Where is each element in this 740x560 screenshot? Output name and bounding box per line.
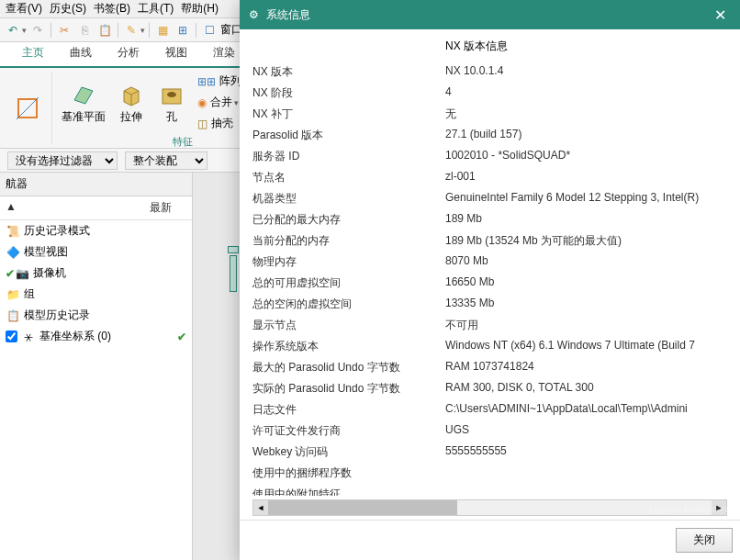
info-label: 服务器 ID: [252, 149, 445, 164]
info-value: 1002010 - *SolidSQUAD*: [445, 149, 727, 164]
info-label: 节点名: [252, 170, 445, 185]
info-value: 189 Mb: [445, 212, 727, 228]
dialog-title-text: 系统信息: [266, 7, 310, 23]
navigator-col-sort[interactable]: ▲: [6, 200, 150, 216]
more-button[interactable]: ⊞: [174, 21, 192, 39]
info-row: 总的可用虚拟空间16650 Mb: [252, 273, 727, 294]
menu-bookmark[interactable]: 书签(B): [90, 0, 134, 18]
nav-label: 模型历史记录: [24, 308, 90, 323]
info-label: Parasolid 版本: [252, 128, 445, 143]
nav-label: 基准坐标系 (0): [39, 329, 177, 344]
info-value: 4: [445, 85, 727, 101]
info-label: NX 阶段: [252, 85, 445, 101]
info-row: Parasolid 版本27.1 (build 157): [252, 125, 727, 146]
info-value: [445, 487, 727, 496]
info-row: 最大的 Parasolid Undo 字节数RAM 1073741824: [252, 357, 727, 378]
info-label: 日志文件: [252, 402, 445, 418]
csys-checkbox[interactable]: [6, 330, 17, 342]
nav-item-group[interactable]: 📁 组: [0, 284, 192, 305]
svg-line-1: [17, 97, 39, 119]
info-row: 总的空闲的虚拟空间13335 Mb: [252, 294, 727, 315]
canvas-geometry: [228, 246, 239, 253]
extrude-button[interactable]: 拉伸: [113, 78, 150, 127]
nav-item-camera[interactable]: ✔ 📷 摄像机: [0, 263, 192, 284]
info-label: 显示节点: [252, 318, 445, 333]
svg-point-6: [167, 92, 176, 97]
paste-button[interactable]: 📋: [95, 21, 114, 39]
copy-button[interactable]: ⎘: [75, 21, 94, 39]
filter-select[interactable]: 没有选择过滤器: [7, 151, 118, 170]
info-label: 总的空闲的虚拟空间: [252, 297, 445, 312]
navigator-title: 航器: [0, 173, 192, 196]
nav-item-history-mode[interactable]: 📜 历史记录模式: [0, 220, 192, 241]
hole-label: 孔: [166, 109, 177, 125]
info-value: RAM 300, DISK 0, TOTAL 300: [445, 381, 727, 397]
info-row: 已分配的最大内存189 Mb: [252, 209, 727, 230]
shell-label: 抽壳: [211, 116, 233, 131]
info-value: 189 Mb (13524 Mb 为可能的最大值): [445, 233, 727, 249]
hole-button[interactable]: 孔: [153, 78, 190, 127]
info-row: NX 补丁无: [252, 104, 727, 125]
info-label: 机器类型: [252, 191, 445, 207]
layer-button[interactable]: ▦: [153, 21, 172, 39]
info-value: [445, 465, 727, 481]
extrude-icon: [117, 80, 146, 109]
info-value: 无: [445, 106, 727, 122]
tab-view[interactable]: 视图: [152, 39, 200, 66]
tab-home[interactable]: 主页: [9, 39, 57, 68]
menu-view[interactable]: 查看(V): [2, 0, 46, 18]
assembly-select[interactable]: 整个装配: [125, 151, 207, 170]
info-value: GenuineIntel Family 6 Model 12 Stepping …: [445, 191, 727, 207]
sketch-button[interactable]: [9, 92, 46, 125]
info-value: 13335 Mb: [445, 297, 727, 312]
tab-analyze[interactable]: 分析: [105, 39, 152, 66]
info-row: 使用中的附加特征: [252, 484, 727, 496]
navigator-col-latest[interactable]: 最新: [150, 200, 186, 216]
info-row: 许可证文件发行商UGS: [252, 420, 727, 442]
scroll-left-arrow[interactable]: ◄: [253, 500, 268, 515]
redo-button[interactable]: ↷: [28, 21, 47, 39]
info-value: 8070 Mb: [445, 254, 727, 270]
close-button[interactable]: 关闭: [676, 528, 733, 553]
info-table: NX 版本NX 10.0.1.4NX 阶段4NX 补丁无Parasolid 版本…: [252, 62, 727, 496]
horizontal-scrollbar[interactable]: ◄ ►: [252, 499, 727, 516]
info-value: Windows NT (x64) 6.1 Windows 7 Ultimate …: [445, 339, 727, 354]
info-label: 总的可用虚拟空间: [252, 275, 445, 291]
info-row: 机器类型GenuineIntel Family 6 Model 12 Stepp…: [252, 188, 727, 209]
datum-plane-button[interactable]: 基准平面: [58, 78, 109, 127]
brush-button[interactable]: ✎: [122, 21, 140, 39]
info-value: 不可用: [445, 318, 727, 333]
nav-label: 模型视图: [24, 244, 68, 260]
nav-item-model-view[interactable]: 🔷 模型视图: [0, 241, 192, 263]
info-label: 许可证文件发行商: [252, 423, 445, 439]
cut-button[interactable]: ✂: [55, 21, 73, 39]
menu-history[interactable]: 历史(S): [46, 0, 90, 18]
shell-icon: ◫: [197, 118, 207, 130]
info-row: 显示节点不可用: [252, 315, 727, 336]
history-icon: 📜: [6, 224, 20, 239]
nav-label: 组: [24, 286, 35, 302]
info-label: NX 补丁: [252, 106, 445, 122]
info-label: Webkey 访问码: [252, 444, 445, 460]
menu-help[interactable]: 帮助(H): [177, 0, 222, 18]
info-row: 日志文件C:\Users\ADMINI~1\AppData\Local\Temp…: [252, 399, 727, 420]
info-row: 物理内存8070 Mb: [252, 252, 727, 273]
info-row: 当前分配的内存189 Mb (13524 Mb 为可能的最大值): [252, 230, 727, 252]
check-icon: ✔: [6, 267, 15, 280]
menu-tools[interactable]: 工具(T): [134, 0, 177, 18]
window-icon[interactable]: ☐: [200, 21, 219, 39]
dialog-titlebar[interactable]: ⚙ 系统信息 ✕: [240, 0, 740, 29]
nav-item-datum-csys[interactable]: ⚹ 基准坐标系 (0) ✔: [0, 326, 192, 347]
info-value: UGS: [445, 423, 727, 439]
info-header: NX 版本信息: [445, 39, 508, 54]
undo-button[interactable]: ↶: [4, 21, 22, 39]
close-icon[interactable]: ✕: [709, 4, 731, 26]
scroll-thumb[interactable]: [268, 500, 457, 515]
sketch-icon: [13, 94, 42, 123]
info-row: 操作系统版本Windows NT (x64) 6.1 Windows 7 Ult…: [252, 336, 727, 357]
tab-curve[interactable]: 曲线: [57, 39, 105, 66]
nav-item-model-history[interactable]: 📋 模型历史记录: [0, 305, 192, 326]
info-label: 物理内存: [252, 254, 445, 270]
info-label: 最大的 Parasolid Undo 字节数: [252, 360, 445, 375]
scroll-right-arrow[interactable]: ►: [712, 500, 726, 515]
